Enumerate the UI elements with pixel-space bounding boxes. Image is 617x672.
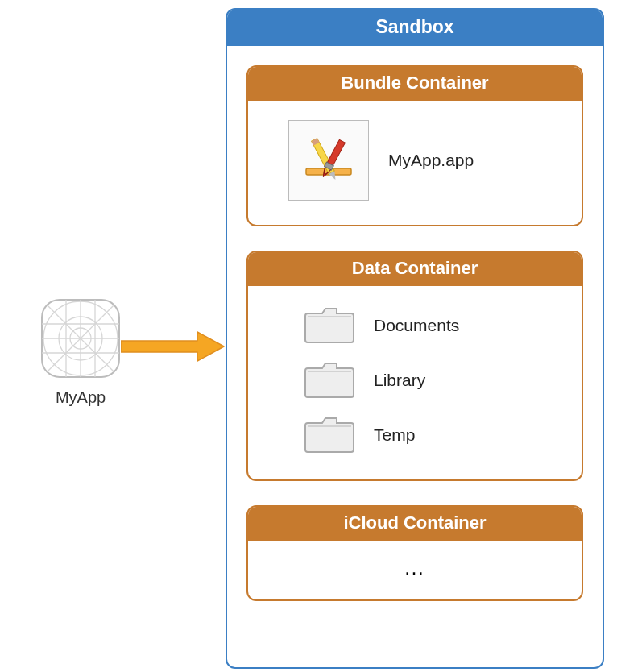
folder-icon <box>304 415 354 455</box>
bundle-app-label: MyApp.app <box>388 151 474 170</box>
arrow-icon <box>121 330 226 363</box>
icloud-container: iCloud Container … <box>246 505 583 601</box>
app-bundle-icon <box>288 120 369 201</box>
documents-row: Documents <box>272 305 557 346</box>
data-container-title: Data Container <box>248 252 582 286</box>
sandbox-title: Sandbox <box>227 10 603 46</box>
library-row: Library <box>272 360 557 400</box>
temp-label: Temp <box>374 425 415 445</box>
sandbox-container: Sandbox Bundle Container <box>226 8 604 669</box>
folder-icon <box>304 305 354 346</box>
source-app-label: MyApp <box>32 388 129 407</box>
bundle-container: Bundle Container <box>246 65 583 226</box>
bundle-app-row: MyApp.app <box>272 120 557 201</box>
svg-marker-13 <box>121 332 224 361</box>
documents-label: Documents <box>374 316 459 335</box>
folder-icon <box>304 360 354 400</box>
source-app: MyApp <box>32 298 129 407</box>
svg-rect-18 <box>327 139 345 165</box>
ios-app-template-icon <box>40 298 121 379</box>
bundle-container-title: Bundle Container <box>248 67 582 101</box>
icloud-container-title: iCloud Container <box>248 507 582 541</box>
library-label: Library <box>374 371 425 390</box>
temp-row: Temp <box>272 415 557 455</box>
icloud-ellipsis: … <box>248 541 582 599</box>
data-container: Data Container Documents <box>246 251 583 481</box>
